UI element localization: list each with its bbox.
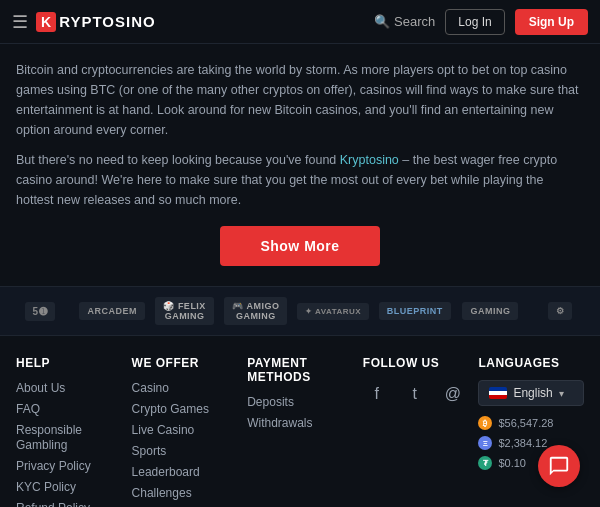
faq-link[interactable]: FAQ xyxy=(16,402,40,416)
list-item: Live Casino xyxy=(132,422,238,437)
footer-follow-heading: FOLLOW US xyxy=(363,356,469,370)
main-content: Bitcoin and cryptocurrencies are taking … xyxy=(0,44,600,286)
btc-value: $56,547.28 xyxy=(498,417,553,429)
footer-payment: PAYMENT METHODS Deposits Withdrawals xyxy=(247,356,353,507)
footer-payment-list: Deposits Withdrawals xyxy=(247,394,353,430)
crypto-games-link[interactable]: Crypto Games xyxy=(132,402,209,416)
footer-follow: FOLLOW US f t @ xyxy=(363,356,469,507)
partners-strip: 5➊ ARCADEM 🎲 FELIXGAMING 🎮 AMIGOGAMING ✦… xyxy=(0,286,600,336)
social-icons: f t @ xyxy=(363,380,469,408)
eth-icon: Ξ xyxy=(478,436,492,450)
list-item: Deposits xyxy=(247,394,353,409)
chat-bubble[interactable] xyxy=(538,445,580,487)
about-us-link[interactable]: About Us xyxy=(16,381,65,395)
chat-icon xyxy=(548,455,570,477)
deposits-link[interactable]: Deposits xyxy=(247,395,294,409)
leaderboard-link[interactable]: Leaderboard xyxy=(132,465,200,479)
paragraph-2: But there's no need to keep looking beca… xyxy=(16,150,584,210)
usdt-icon: ₮ xyxy=(478,456,492,470)
list-item: Casino xyxy=(132,380,238,395)
language-text: English xyxy=(513,386,552,400)
paragraph-1: Bitcoin and cryptocurrencies are taking … xyxy=(16,60,584,140)
paragraph-2-pre: But there's no need to keep looking beca… xyxy=(16,153,340,167)
footer: HELP About Us FAQ Responsible Gambling P… xyxy=(0,336,600,507)
login-button[interactable]: Log In xyxy=(445,9,504,35)
flag-icon xyxy=(489,387,507,399)
list-item: Withdrawals xyxy=(247,415,353,430)
list-item: Privacy Policy xyxy=(16,458,122,473)
instagram-icon[interactable]: @ xyxy=(439,380,467,408)
show-more-section: Show More xyxy=(16,226,584,266)
list-item: FAQ xyxy=(16,401,122,416)
footer-help: HELP About Us FAQ Responsible Gambling P… xyxy=(16,356,122,507)
header: ☰ K RYPTOSINO 🔍 Search Log In Sign Up xyxy=(0,0,600,44)
hamburger-icon[interactable]: ☰ xyxy=(12,11,28,33)
kyc-policy-link[interactable]: KYC Policy xyxy=(16,480,76,494)
partner-gaming: GAMING xyxy=(460,302,520,320)
partner-blueprint: blueprint xyxy=(379,302,451,320)
footer-we-offer-list: Casino Crypto Games Live Casino Sports L… xyxy=(132,380,238,507)
footer-help-list: About Us FAQ Responsible Gambling Privac… xyxy=(16,380,122,507)
privacy-policy-link[interactable]: Privacy Policy xyxy=(16,459,91,473)
list-item: Crypto Games xyxy=(132,401,238,416)
logo-text: RYPTOSINO xyxy=(59,13,156,30)
casino-link[interactable]: Casino xyxy=(132,381,169,395)
partner-5: 5➊ xyxy=(10,302,70,321)
sports-link[interactable]: Sports xyxy=(132,444,167,458)
partner-felix: 🎲 FELIXGAMING xyxy=(155,297,215,325)
header-left: ☰ K RYPTOSINO xyxy=(12,11,156,33)
language-selector[interactable]: English ▾ xyxy=(478,380,584,406)
list-item: About Us xyxy=(16,380,122,395)
withdrawals-link[interactable]: Withdrawals xyxy=(247,416,312,430)
chevron-down-icon: ▾ xyxy=(559,388,564,399)
logo: K RYPTOSINO xyxy=(36,12,156,32)
partner-last: ⚙ xyxy=(530,302,590,320)
partner-arcadem: ARCADEM xyxy=(79,302,145,320)
header-right: 🔍 Search Log In Sign Up xyxy=(374,9,588,35)
footer-we-offer-heading: WE OFFER xyxy=(132,356,238,370)
list-item: Challenges xyxy=(132,485,238,500)
currency-btc: ₿ $56,547.28 xyxy=(478,416,584,430)
list-item: Responsible Gambling xyxy=(16,422,122,452)
footer-help-heading: HELP xyxy=(16,356,122,370)
live-casino-link[interactable]: Live Casino xyxy=(132,423,195,437)
footer-languages-heading: LANGUAGES xyxy=(478,356,584,370)
list-item: Refund Policy xyxy=(16,500,122,507)
partner-amigo: 🎮 AMIGOGAMING xyxy=(224,297,287,325)
footer-we-offer: WE OFFER Casino Crypto Games Live Casino… xyxy=(132,356,238,507)
responsible-gambling-link[interactable]: Responsible Gambling xyxy=(16,423,82,452)
list-item: Leaderboard xyxy=(132,464,238,479)
challenges-link[interactable]: Challenges xyxy=(132,486,192,500)
footer-grid: HELP About Us FAQ Responsible Gambling P… xyxy=(16,356,584,507)
twitter-icon[interactable]: t xyxy=(401,380,429,408)
list-item: KYC Policy xyxy=(16,479,122,494)
partner-avatarux: ✦ AVATARUX xyxy=(297,303,369,320)
usdt-value: $0.10 xyxy=(498,457,526,469)
search-label: Search xyxy=(394,14,435,29)
search-icon: 🔍 xyxy=(374,14,390,29)
btc-icon: ₿ xyxy=(478,416,492,430)
show-more-button[interactable]: Show More xyxy=(220,226,379,266)
refund-policy-link[interactable]: Refund Policy xyxy=(16,501,90,507)
search-button[interactable]: 🔍 Search xyxy=(374,14,435,29)
list-item: Sports xyxy=(132,443,238,458)
logo-k: K xyxy=(36,12,56,32)
footer-payment-heading: PAYMENT METHODS xyxy=(247,356,353,384)
eth-value: $2,384.12 xyxy=(498,437,547,449)
facebook-icon[interactable]: f xyxy=(363,380,391,408)
kryptosino-link[interactable]: Kryptosino xyxy=(340,153,399,167)
signup-button[interactable]: Sign Up xyxy=(515,9,588,35)
